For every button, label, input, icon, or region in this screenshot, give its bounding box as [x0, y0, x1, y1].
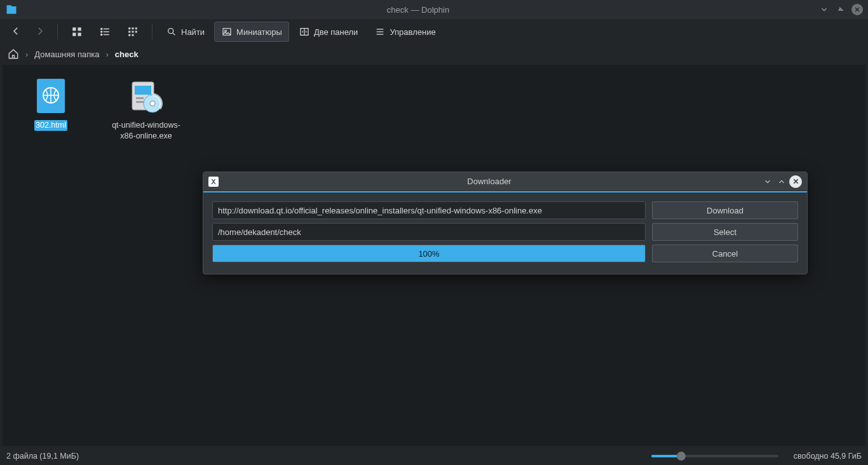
svg-rect-31	[135, 86, 151, 95]
html-file-icon	[31, 76, 71, 116]
svg-rect-4	[100, 28, 102, 30]
statusbar: 2 файла (19,1 МиБ) свободно 45,9 ГиБ	[0, 447, 868, 465]
breadcrumb: › Домашняя папка › check	[0, 44, 868, 64]
split-panels-label: Две панели	[314, 27, 358, 37]
thumbnails-label: Миниатюры	[236, 27, 282, 37]
file-item[interactable]: 302.html	[16, 76, 86, 131]
svg-rect-9	[104, 34, 109, 36]
file-item[interactable]: qt-unified-windows-x86-online.exe	[111, 76, 181, 142]
dialog-title: Downloader	[219, 177, 760, 186]
svg-point-36	[150, 101, 155, 106]
svg-point-20	[225, 30, 227, 32]
control-menu-button[interactable]: Управление	[367, 22, 442, 42]
dialog-app-icon: X	[208, 177, 219, 187]
zoom-thumb[interactable]	[677, 452, 686, 461]
select-button[interactable]: Select	[652, 223, 798, 241]
svg-rect-32	[136, 97, 144, 99]
control-menu-label: Управление	[390, 27, 435, 37]
svg-rect-3	[78, 33, 81, 36]
svg-rect-16	[135, 27, 137, 29]
svg-point-18	[168, 29, 173, 34]
cancel-button[interactable]: Cancel	[652, 245, 798, 262]
svg-rect-12	[128, 34, 130, 36]
svg-rect-13	[132, 27, 134, 29]
path-input[interactable]	[212, 223, 646, 241]
svg-rect-6	[100, 31, 102, 33]
breadcrumb-current[interactable]: check	[115, 50, 139, 59]
url-input[interactable]	[212, 201, 646, 219]
installer-file-icon	[126, 76, 166, 116]
svg-rect-11	[128, 31, 130, 33]
downloader-dialog: X Downloader Download Select 100% Cancel	[203, 172, 808, 274]
view-compact-button[interactable]	[120, 22, 146, 42]
window-minimize-icon[interactable]	[818, 4, 830, 15]
thumbnails-button[interactable]: Миниатюры	[214, 22, 289, 42]
toolbar-separator	[152, 24, 153, 39]
search-icon	[166, 26, 177, 37]
dialog-expand-icon[interactable]	[775, 175, 788, 188]
dialog-collapse-icon[interactable]	[761, 175, 774, 188]
file-label: 302.html	[34, 120, 67, 131]
svg-rect-10	[128, 27, 130, 29]
download-button[interactable]: Download	[652, 201, 798, 219]
hamburger-icon	[374, 26, 386, 37]
find-button[interactable]: Найти	[159, 22, 212, 42]
view-details-button[interactable]	[92, 22, 118, 42]
svg-rect-8	[100, 34, 102, 36]
svg-rect-14	[132, 31, 134, 33]
window-title: check — Dolphin	[18, 5, 818, 15]
svg-rect-33	[136, 101, 144, 103]
dolphin-app-icon	[5, 3, 18, 16]
split-panels-button[interactable]: Две панели	[292, 22, 365, 42]
toolbar-separator	[57, 24, 58, 39]
svg-rect-7	[104, 31, 109, 32]
chevron-right-icon: ›	[25, 50, 28, 59]
svg-rect-0	[72, 27, 76, 30]
breadcrumb-home[interactable]: Домашняя папка	[34, 50, 99, 59]
view-icons-button[interactable]	[64, 22, 90, 42]
image-icon	[221, 26, 233, 37]
status-right: свободно 45,9 ГиБ	[794, 452, 862, 461]
home-icon[interactable]	[8, 48, 19, 60]
chevron-right-icon: ›	[106, 50, 109, 59]
progress-label: 100%	[213, 245, 645, 262]
progress-bar: 100%	[212, 245, 646, 262]
split-icon	[299, 26, 310, 37]
svg-rect-17	[135, 31, 137, 33]
svg-rect-15	[132, 34, 134, 36]
window-titlebar: check — Dolphin	[0, 0, 868, 19]
svg-rect-5	[104, 29, 109, 30]
main-toolbar: Найти Миниатюры Две панели Управление	[0, 19, 868, 44]
window-close-icon[interactable]	[851, 4, 863, 15]
dialog-close-icon[interactable]	[789, 175, 802, 188]
file-label: qt-unified-windows-x86-online.exe	[111, 120, 181, 142]
status-left: 2 файла (19,1 МиБ)	[6, 452, 79, 461]
svg-rect-2	[72, 33, 76, 36]
window-maximize-icon[interactable]	[835, 4, 846, 15]
find-label: Найти	[181, 27, 205, 37]
nav-forward-button[interactable]	[29, 23, 51, 41]
svg-rect-1	[78, 27, 81, 30]
dialog-titlebar[interactable]: X Downloader	[203, 172, 807, 191]
nav-back-button[interactable]	[5, 23, 27, 41]
zoom-slider[interactable]	[651, 455, 778, 457]
